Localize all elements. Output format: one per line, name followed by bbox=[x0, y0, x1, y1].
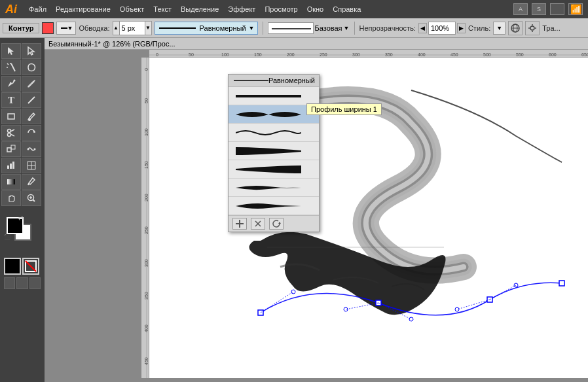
menubar: Файл Редактирование Объект Текст Выделен… bbox=[25, 4, 365, 14]
stroke-indicator[interactable] bbox=[22, 258, 39, 275]
svg-text:650: 650 bbox=[581, 52, 588, 57]
menu-file[interactable]: Файл bbox=[25, 4, 50, 14]
add-profile-btn[interactable] bbox=[232, 218, 247, 230]
baseline-area: Базовая ▼ bbox=[268, 22, 350, 34]
stroke-item-4[interactable] bbox=[229, 160, 319, 179]
opacity-input[interactable] bbox=[428, 22, 456, 35]
ruler-vertical: 0 50 100 150 200 250 300 350 400 450 bbox=[141, 58, 149, 378]
menu-select[interactable]: Выделение bbox=[177, 4, 223, 14]
tool-magic-wand[interactable] bbox=[1, 60, 21, 75]
tool-type[interactable]: T bbox=[1, 92, 21, 108]
separator-1 bbox=[263, 22, 263, 35]
tool-row-6 bbox=[1, 125, 43, 141]
wifi-btn[interactable]: 📶 bbox=[568, 3, 583, 15]
svg-point-20 bbox=[8, 130, 11, 133]
stroke-profile-dropdown[interactable]: Равномерный bbox=[228, 74, 320, 232]
opacity-more[interactable]: ▶ bbox=[457, 23, 466, 33]
tool-row-8 bbox=[1, 158, 43, 173]
stroke-item-1[interactable] bbox=[229, 105, 319, 124]
svg-text:100: 100 bbox=[221, 52, 229, 57]
svg-text:0: 0 bbox=[144, 68, 149, 71]
si-mode-btn[interactable]: S bbox=[532, 3, 546, 15]
tool-gradient[interactable] bbox=[1, 174, 21, 190]
tool-rotate[interactable] bbox=[22, 125, 41, 141]
svg-rect-26 bbox=[11, 145, 15, 149]
svg-text:400: 400 bbox=[144, 324, 149, 332]
tool-pen[interactable] bbox=[1, 76, 21, 92]
svg-rect-31 bbox=[12, 162, 14, 169]
svg-point-21 bbox=[8, 133, 11, 137]
normal-mode-btn[interactable] bbox=[4, 277, 15, 289]
tool-pencil[interactable] bbox=[22, 76, 41, 92]
svg-text:250: 250 bbox=[144, 226, 149, 234]
menu-edit[interactable]: Редактирование bbox=[52, 4, 115, 14]
options-btn[interactable] bbox=[525, 21, 540, 35]
tool-scissors[interactable] bbox=[1, 125, 21, 141]
style-label: Стиль: bbox=[468, 24, 490, 32]
baseline-arrow[interactable]: ▼ bbox=[344, 25, 350, 31]
full-mode-btn[interactable] bbox=[29, 277, 41, 289]
stroke-profile-btn[interactable]: Равномерный ▼ bbox=[155, 22, 258, 35]
menu-object[interactable]: Объект bbox=[116, 4, 148, 14]
delete-profile-btn[interactable] bbox=[251, 218, 265, 230]
stroke-item-uniform[interactable] bbox=[229, 87, 319, 105]
screen-mode-btn[interactable] bbox=[16, 277, 28, 289]
tool-eyedropper[interactable] bbox=[22, 174, 41, 190]
menu-help[interactable]: Справка bbox=[329, 4, 365, 14]
dropdown-header-label: Равномерный bbox=[268, 77, 315, 84]
svg-text:600: 600 bbox=[549, 52, 557, 57]
tool-hand[interactable] bbox=[1, 190, 21, 206]
menu-view[interactable]: Просмотр bbox=[261, 4, 301, 14]
svg-line-75 bbox=[261, 292, 293, 313]
tool-scale[interactable] bbox=[1, 141, 21, 157]
style-btn[interactable]: ▼ bbox=[493, 22, 505, 35]
app-logo: Ai bbox=[5, 3, 17, 16]
globe-btn[interactable] bbox=[508, 21, 523, 35]
menu-effect[interactable]: Эффект bbox=[224, 4, 259, 14]
tool-selection[interactable] bbox=[1, 43, 21, 59]
opacity-less[interactable]: ◀ bbox=[418, 23, 427, 33]
stroke-color-swatch[interactable] bbox=[42, 22, 54, 34]
stroke-item-5[interactable] bbox=[229, 179, 319, 197]
stroke-item-6[interactable] bbox=[229, 197, 319, 215]
tool-line[interactable] bbox=[22, 92, 41, 108]
stroke-width-input[interactable] bbox=[120, 22, 145, 35]
tool-zoom[interactable] bbox=[22, 190, 41, 206]
svg-text:450: 450 bbox=[450, 52, 458, 57]
svg-text:100: 100 bbox=[144, 128, 149, 136]
stroke-width-up[interactable]: ▲ bbox=[113, 22, 120, 35]
swap-colors-btn[interactable]: ⇄ bbox=[18, 215, 24, 221]
tool-rectangle[interactable] bbox=[1, 109, 21, 124]
tool-mesh[interactable] bbox=[22, 158, 41, 173]
svg-line-35 bbox=[28, 183, 29, 185]
default-colors-btn[interactable]: ⬛ bbox=[4, 234, 10, 240]
tool-paintbrush[interactable] bbox=[22, 109, 41, 124]
stroke-size-label: Обводка: bbox=[79, 24, 109, 32]
fill-indicator[interactable] bbox=[4, 258, 21, 275]
svg-text:400: 400 bbox=[418, 52, 426, 57]
tooltip-profile-width-1: Профиль ширины 1 bbox=[306, 103, 382, 115]
tool-warp[interactable] bbox=[22, 141, 41, 157]
stroke-item-2[interactable] bbox=[229, 124, 319, 142]
menu-window[interactable]: Окно bbox=[303, 4, 328, 14]
svg-rect-30 bbox=[10, 164, 12, 169]
stroke-width-down[interactable]: ▼ bbox=[145, 22, 151, 35]
svg-point-6 bbox=[530, 26, 534, 30]
tool-direct-selection[interactable] bbox=[22, 43, 41, 59]
svg-text:450: 450 bbox=[144, 357, 149, 365]
workspace-btn[interactable] bbox=[550, 3, 564, 15]
tool-lasso[interactable] bbox=[22, 60, 41, 75]
tool-row-2 bbox=[1, 60, 43, 75]
stroke-profile-label: Равномерный bbox=[200, 24, 246, 32]
menu-text[interactable]: Текст bbox=[149, 4, 175, 14]
color-area: ⇄ ⬛ bbox=[1, 211, 43, 256]
svg-text:50: 50 bbox=[144, 98, 149, 103]
tool-graph[interactable] bbox=[1, 158, 21, 173]
ai-mode-btn[interactable]: A bbox=[513, 3, 528, 15]
ruler-horizontal: 0 50 100 150 200 250 300 350 400 450 500… bbox=[149, 50, 588, 58]
reset-profile-btn[interactable] bbox=[269, 218, 284, 230]
stroke-type-btn[interactable]: ▼ bbox=[56, 22, 76, 35]
opacity-controls: ◀ ▶ bbox=[418, 22, 466, 35]
svg-text:50: 50 bbox=[189, 52, 194, 57]
stroke-item-3[interactable] bbox=[229, 142, 319, 160]
